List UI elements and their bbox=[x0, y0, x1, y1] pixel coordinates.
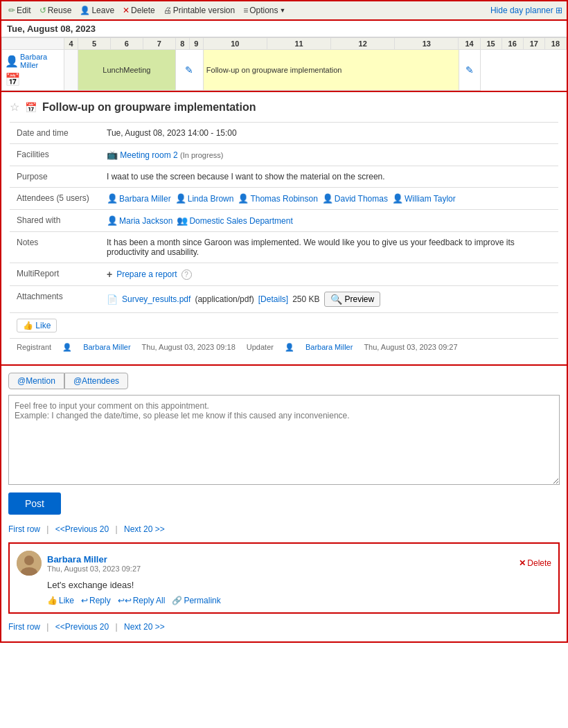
leave-button[interactable]: 👤 Leave bbox=[77, 4, 117, 17]
comment-body: Let's exchange ideas! bbox=[47, 580, 551, 590]
prev-link-bottom[interactable]: <<Previous 20 bbox=[55, 622, 109, 632]
hide-day-planner-link[interactable]: Hide day planner ⊞ bbox=[490, 6, 562, 15]
delete-x-icon: ✕ bbox=[519, 558, 526, 568]
help-icon[interactable]: ? bbox=[181, 269, 192, 280]
user-icon-thomas: 👤 bbox=[238, 193, 249, 204]
detail-row-attachments: Attachments 📄 Survey_results.pdf (applic… bbox=[10, 286, 558, 313]
comment-reply-button[interactable]: ↩ Reply bbox=[81, 596, 111, 605]
updater-label: Updater bbox=[247, 343, 274, 352]
options-button[interactable]: ≡ Options ▼ bbox=[240, 4, 288, 17]
preview-icon: 🔍 bbox=[330, 294, 342, 305]
registrant-bar: Registrant 👤 Barbara Miller Thu, August … bbox=[10, 338, 558, 356]
cal-time-11: 11 bbox=[267, 38, 330, 50]
detail-row-purpose: Purpose I waat to use the screen because… bbox=[10, 166, 558, 188]
like-icon: 👍 bbox=[23, 321, 33, 330]
cal-event-lunch[interactable]: LunchMeeting bbox=[78, 50, 176, 91]
comment-like-button[interactable]: 👍 Like bbox=[47, 596, 74, 605]
cal-user-link[interactable]: 👤 Barbara Miller bbox=[5, 53, 61, 69]
cal-time-9: 9 bbox=[189, 38, 203, 50]
cal-time-18: 18 bbox=[544, 38, 566, 50]
registrant-user-link[interactable]: Barbara Miller bbox=[83, 343, 130, 352]
shared-list: 👤 Maria Jackson 👥 Domestic Sales Departm… bbox=[107, 215, 551, 226]
cal-time-6: 6 bbox=[110, 38, 143, 50]
cal-event-followup[interactable]: Follow-up on groupware implementation bbox=[203, 50, 459, 91]
purpose-label: Purpose bbox=[10, 166, 100, 188]
comment-username[interactable]: Barbara Miller bbox=[47, 554, 107, 565]
next-link-bottom[interactable]: Next 20 >> bbox=[124, 622, 165, 632]
preview-button[interactable]: 🔍 Preview bbox=[324, 292, 381, 307]
detail-row-datetime: Date and time Tue, August 08, 2023 14:00… bbox=[10, 123, 558, 144]
comment-reply-all-button[interactable]: ↩↩ Reply All bbox=[118, 596, 166, 605]
attendee-barbara[interactable]: 👤 Barbara Miller bbox=[107, 193, 171, 204]
delete-icon: ✕ bbox=[123, 6, 130, 15]
attendee-william[interactable]: 👤 William Taylor bbox=[392, 193, 456, 204]
attendee-linda[interactable]: 👤 Linda Brown bbox=[175, 193, 234, 204]
shared-value: 👤 Maria Jackson 👥 Domestic Sales Departm… bbox=[100, 210, 558, 232]
leave-icon: 👤 bbox=[80, 6, 90, 15]
first-row-link-bottom[interactable]: First row bbox=[8, 622, 40, 632]
first-row-link-top[interactable]: First row bbox=[8, 524, 40, 534]
comment-meta: Barbara Miller Thu, August 03, 2023 09:2… bbox=[47, 554, 141, 573]
attachment-row: 📄 Survey_results.pdf (application/pdf) [… bbox=[107, 292, 551, 307]
cal-user-cell: 👤 Barbara Miller 📅 bbox=[2, 50, 64, 91]
calendar-section: Tue, August 08, 2023 4 5 6 7 8 9 10 11 1… bbox=[0, 21, 568, 92]
comment-time: Thu, August 03, 2023 09:27 bbox=[47, 565, 141, 573]
detail-row-multireport: MultiReport + Prepare a report ? bbox=[10, 263, 558, 286]
comment-textarea[interactable] bbox=[8, 395, 560, 485]
pagination-top: First row | <<Previous 20 | Next 20 >> bbox=[8, 522, 560, 537]
user-icon-linda: 👤 bbox=[175, 193, 186, 204]
event-detail-section: ☆ 📅 Follow-up on groupware implementatio… bbox=[0, 92, 568, 366]
print-button[interactable]: 🖨 Printable version bbox=[161, 4, 238, 17]
cal-time-4: 4 bbox=[64, 38, 78, 50]
facility-link[interactable]: Meeting room 2 bbox=[120, 150, 177, 160]
cal-edit-slot2[interactable]: ✎ bbox=[459, 50, 480, 91]
registrant-label: Registrant bbox=[17, 343, 51, 352]
attendee-david[interactable]: 👤 David Thomas bbox=[322, 193, 388, 204]
shared-maria[interactable]: 👤 Maria Jackson bbox=[107, 215, 172, 226]
calendar-date-header: Tue, August 08, 2023 bbox=[1, 21, 567, 37]
multireport-label: MultiReport bbox=[10, 263, 100, 286]
prev-link-top[interactable]: <<Previous 20 bbox=[55, 524, 109, 534]
star-icon[interactable]: ☆ bbox=[10, 100, 19, 114]
like-section: 👍 Like bbox=[10, 312, 558, 338]
cal-edit-icon2: ✎ bbox=[465, 64, 474, 76]
event-title-row: ☆ 📅 Follow-up on groupware implementatio… bbox=[10, 100, 558, 114]
event-detail-table: Date and time Tue, August 08, 2023 14:00… bbox=[10, 122, 558, 312]
hide-day-icon: ⊞ bbox=[556, 6, 562, 15]
attendees-tab[interactable]: @Attendees bbox=[64, 373, 128, 389]
cal-edit-slot1[interactable]: ✎ bbox=[175, 50, 203, 91]
shared-domestic[interactable]: 👥 Domestic Sales Department bbox=[177, 215, 292, 226]
facilities-label: Facilities bbox=[10, 144, 100, 166]
reuse-button[interactable]: ↺ Reuse bbox=[37, 4, 75, 17]
comment-avatar bbox=[17, 551, 42, 576]
cal-time-17: 17 bbox=[523, 38, 544, 50]
pencil-icon: ✏ bbox=[8, 6, 15, 15]
like-icon-comment: 👍 bbox=[47, 596, 57, 605]
next-link-top[interactable]: Next 20 >> bbox=[124, 524, 165, 534]
cal-time-12: 12 bbox=[331, 38, 395, 50]
attachment-size: 250 KB bbox=[292, 294, 319, 304]
calendar-row-barbara: 👤 Barbara Miller 📅 LunchMeeting ✎ bbox=[2, 50, 567, 91]
attendee-thomas[interactable]: 👤 Thomas Robinson bbox=[238, 193, 317, 204]
options-icon: ≡ bbox=[243, 6, 248, 15]
attachment-details-link[interactable]: [Details] bbox=[258, 294, 288, 304]
calendar-icon: 📅 bbox=[25, 102, 37, 113]
cal-time-5: 5 bbox=[78, 38, 111, 50]
shared-label: Shared with bbox=[10, 210, 100, 232]
comment-permalink-button[interactable]: 🔗 Permalink bbox=[172, 596, 220, 605]
notes-value: It has been a month since Garoon was imp… bbox=[100, 232, 558, 263]
cal-slot-empty1 bbox=[64, 50, 78, 91]
edit-button[interactable]: ✏ Edit bbox=[6, 4, 34, 17]
user-icon-barbara: 👤 bbox=[107, 193, 118, 204]
datetime-label: Date and time bbox=[10, 123, 100, 144]
mention-tab[interactable]: @Mention bbox=[8, 373, 64, 389]
attachments-value: 📄 Survey_results.pdf (application/pdf) [… bbox=[100, 286, 558, 313]
comment-delete-button[interactable]: ✕ Delete bbox=[519, 558, 551, 568]
updater-user-link[interactable]: Barbara Miller bbox=[305, 343, 353, 352]
post-button[interactable]: Post bbox=[8, 492, 61, 515]
like-button[interactable]: 👍 Like bbox=[17, 319, 57, 332]
delete-button[interactable]: ✕ Delete bbox=[120, 4, 158, 17]
prepare-report-link[interactable]: Prepare a report bbox=[116, 269, 177, 279]
cal-time-14: 14 bbox=[459, 38, 480, 50]
attachment-link[interactable]: Survey_results.pdf bbox=[122, 294, 190, 304]
